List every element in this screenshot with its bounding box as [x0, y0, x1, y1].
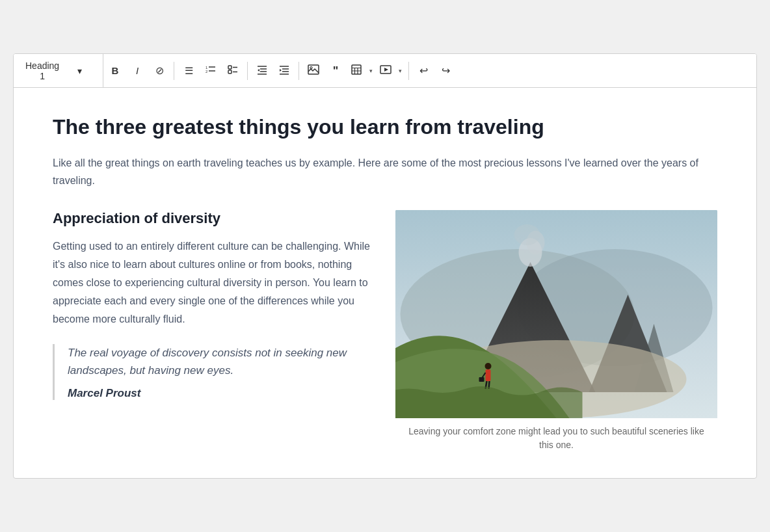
image-caption: Leaving your comfort zone might lead you…	[395, 425, 717, 452]
numbered-list-button[interactable]: 1 2	[200, 60, 221, 81]
table-arrow-button[interactable]: ▾	[366, 60, 375, 81]
table-button-group: ▾	[347, 60, 375, 81]
outdent-button[interactable]	[252, 60, 272, 81]
undo-icon: ↩	[419, 64, 428, 77]
blockquote: The real voyage of discovery consists no…	[53, 344, 375, 400]
divider-3	[299, 62, 299, 80]
indent-icon	[279, 64, 289, 77]
right-column: Leaving your comfort zone might lead you…	[395, 210, 717, 452]
svg-rect-37	[486, 369, 491, 381]
svg-rect-42	[479, 377, 485, 382]
svg-marker-17	[280, 69, 282, 72]
two-column-layout: Appreciation of diversity Getting used t…	[53, 210, 717, 452]
svg-point-19	[310, 66, 312, 68]
italic-button[interactable]: I	[127, 60, 148, 81]
heading-select-label: Heading 1	[25, 60, 59, 81]
svg-marker-12	[258, 69, 259, 72]
media-button-group: ▾	[377, 60, 405, 81]
svg-marker-26	[384, 68, 388, 72]
quote-button[interactable]: "	[325, 60, 346, 81]
article-title: The three greatest things you learn from…	[53, 114, 717, 141]
indent-button[interactable]	[274, 60, 295, 81]
redo-button[interactable]: ↪	[435, 60, 456, 81]
article-intro: Like all the great things on earth trave…	[53, 154, 717, 189]
bold-button[interactable]: B	[105, 60, 126, 81]
heading-select[interactable]: Heading 1 ▾	[19, 54, 103, 87]
blockquote-author: Marcel Proust	[68, 387, 375, 400]
link-button[interactable]: ⊘	[149, 60, 170, 81]
media-arrow-button[interactable]: ▾	[395, 60, 405, 81]
blockquote-text: The real voyage of discovery consists no…	[68, 344, 375, 379]
bullet-list-button[interactable]: ☰	[178, 60, 199, 81]
image-button[interactable]	[303, 60, 324, 81]
chevron-down-icon: ▾	[63, 66, 96, 76]
editor-wrapper: Heading 1 ▾ B I ⊘ ☰ 1 2	[13, 53, 757, 479]
svg-point-33	[514, 224, 540, 245]
editor-content[interactable]: The three greatest things you learn from…	[14, 88, 756, 478]
media-button[interactable]	[377, 60, 395, 81]
svg-point-38	[485, 363, 492, 369]
divider-2	[247, 62, 248, 80]
quote-icon: "	[333, 65, 339, 77]
svg-rect-4	[228, 66, 232, 69]
svg-text:2: 2	[206, 70, 208, 73]
divider-4	[408, 62, 409, 80]
undo-button[interactable]: ↩	[413, 60, 434, 81]
outdent-icon	[257, 64, 267, 77]
table-icon	[351, 64, 362, 77]
numbered-list-icon: 1 2	[206, 64, 216, 77]
svg-rect-6	[228, 70, 232, 73]
italic-icon: I	[136, 65, 139, 76]
divider-1	[174, 62, 174, 80]
toolbar: Heading 1 ▾ B I ⊘ ☰ 1 2	[14, 54, 756, 88]
image-icon	[308, 64, 319, 77]
table-button[interactable]	[347, 60, 365, 81]
section-heading: Appreciation of diversity	[53, 210, 375, 227]
task-list-button[interactable]	[222, 60, 243, 81]
volcano-image	[395, 210, 717, 418]
redo-icon: ↪	[442, 64, 450, 77]
section-body: Getting used to an entirely different cu…	[53, 237, 375, 328]
image-container: Leaving your comfort zone might lead you…	[395, 210, 717, 452]
task-list-icon	[228, 64, 238, 77]
bullet-list-icon: ☰	[185, 65, 193, 77]
svg-rect-20	[352, 65, 361, 74]
bold-icon: B	[112, 65, 119, 76]
left-column: Appreciation of diversity Getting used t…	[53, 210, 375, 416]
table-chevron-icon: ▾	[369, 68, 373, 74]
media-chevron-icon: ▾	[399, 68, 402, 74]
link-icon: ⊘	[155, 64, 164, 77]
media-icon	[380, 65, 392, 77]
